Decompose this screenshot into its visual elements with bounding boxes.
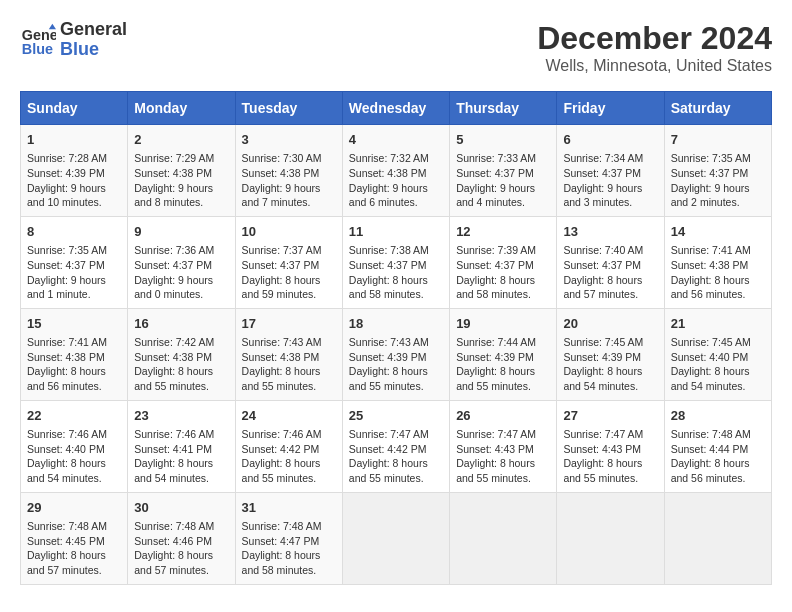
day-number: 22 xyxy=(27,407,121,425)
day-number: 14 xyxy=(671,223,765,241)
day-header-friday: Friday xyxy=(557,92,664,125)
sunset: Sunset: 4:37 PM xyxy=(242,259,320,271)
sunset: Sunset: 4:38 PM xyxy=(134,167,212,179)
day-number: 9 xyxy=(134,223,228,241)
sunset: Sunset: 4:38 PM xyxy=(349,167,427,179)
daylight: Daylight: 8 hours and 55 minutes. xyxy=(349,457,428,484)
calendar-cell: 17Sunrise: 7:43 AMSunset: 4:38 PMDayligh… xyxy=(235,308,342,400)
daylight: Daylight: 8 hours and 54 minutes. xyxy=(563,365,642,392)
calendar-cell: 6Sunrise: 7:34 AMSunset: 4:37 PMDaylight… xyxy=(557,125,664,217)
calendar-cell: 19Sunrise: 7:44 AMSunset: 4:39 PMDayligh… xyxy=(450,308,557,400)
daylight: Daylight: 9 hours and 6 minutes. xyxy=(349,182,428,209)
calendar-cell: 11Sunrise: 7:38 AMSunset: 4:37 PMDayligh… xyxy=(342,216,449,308)
calendar-cell: 26Sunrise: 7:47 AMSunset: 4:43 PMDayligh… xyxy=(450,400,557,492)
sunset: Sunset: 4:40 PM xyxy=(671,351,749,363)
daylight: Daylight: 8 hours and 55 minutes. xyxy=(563,457,642,484)
sunrise: Sunrise: 7:39 AM xyxy=(456,244,536,256)
day-number: 17 xyxy=(242,315,336,333)
sunrise: Sunrise: 7:40 AM xyxy=(563,244,643,256)
day-number: 4 xyxy=(349,131,443,149)
calendar-week-row: 1Sunrise: 7:28 AMSunset: 4:39 PMDaylight… xyxy=(21,125,772,217)
calendar-cell: 1Sunrise: 7:28 AMSunset: 4:39 PMDaylight… xyxy=(21,125,128,217)
day-number: 28 xyxy=(671,407,765,425)
daylight: Daylight: 8 hours and 54 minutes. xyxy=(671,365,750,392)
sunrise: Sunrise: 7:28 AM xyxy=(27,152,107,164)
sunrise: Sunrise: 7:35 AM xyxy=(27,244,107,256)
calendar-week-row: 29Sunrise: 7:48 AMSunset: 4:45 PMDayligh… xyxy=(21,492,772,584)
calendar-cell: 9Sunrise: 7:36 AMSunset: 4:37 PMDaylight… xyxy=(128,216,235,308)
day-number: 20 xyxy=(563,315,657,333)
calendar-cell: 7Sunrise: 7:35 AMSunset: 4:37 PMDaylight… xyxy=(664,125,771,217)
calendar-cell: 28Sunrise: 7:48 AMSunset: 4:44 PMDayligh… xyxy=(664,400,771,492)
logo-line1: General xyxy=(60,20,127,40)
daylight: Daylight: 8 hours and 58 minutes. xyxy=(242,549,321,576)
daylight: Daylight: 8 hours and 58 minutes. xyxy=(456,274,535,301)
day-number: 27 xyxy=(563,407,657,425)
day-header-tuesday: Tuesday xyxy=(235,92,342,125)
calendar-cell xyxy=(342,492,449,584)
sunrise: Sunrise: 7:34 AM xyxy=(563,152,643,164)
sunrise: Sunrise: 7:48 AM xyxy=(242,520,322,532)
sunrise: Sunrise: 7:30 AM xyxy=(242,152,322,164)
sunset: Sunset: 4:42 PM xyxy=(242,443,320,455)
daylight: Daylight: 9 hours and 7 minutes. xyxy=(242,182,321,209)
daylight: Daylight: 9 hours and 2 minutes. xyxy=(671,182,750,209)
sunset: Sunset: 4:37 PM xyxy=(349,259,427,271)
subtitle: Wells, Minnesota, United States xyxy=(537,57,772,75)
daylight: Daylight: 9 hours and 0 minutes. xyxy=(134,274,213,301)
daylight: Daylight: 8 hours and 55 minutes. xyxy=(242,365,321,392)
sunset: Sunset: 4:41 PM xyxy=(134,443,212,455)
calendar-header-row: SundayMondayTuesdayWednesdayThursdayFrid… xyxy=(21,92,772,125)
daylight: Daylight: 9 hours and 8 minutes. xyxy=(134,182,213,209)
day-header-monday: Monday xyxy=(128,92,235,125)
sunset: Sunset: 4:45 PM xyxy=(27,535,105,547)
daylight: Daylight: 9 hours and 3 minutes. xyxy=(563,182,642,209)
daylight: Daylight: 8 hours and 55 minutes. xyxy=(456,457,535,484)
calendar-week-row: 8Sunrise: 7:35 AMSunset: 4:37 PMDaylight… xyxy=(21,216,772,308)
daylight: Daylight: 8 hours and 56 minutes. xyxy=(671,457,750,484)
day-number: 16 xyxy=(134,315,228,333)
sunset: Sunset: 4:47 PM xyxy=(242,535,320,547)
day-number: 5 xyxy=(456,131,550,149)
sunrise: Sunrise: 7:45 AM xyxy=(563,336,643,348)
calendar-cell: 18Sunrise: 7:43 AMSunset: 4:39 PMDayligh… xyxy=(342,308,449,400)
daylight: Daylight: 8 hours and 55 minutes. xyxy=(349,365,428,392)
daylight: Daylight: 8 hours and 57 minutes. xyxy=(563,274,642,301)
sunset: Sunset: 4:37 PM xyxy=(671,167,749,179)
header: General Blue General Blue December 2024 … xyxy=(20,20,772,75)
daylight: Daylight: 8 hours and 55 minutes. xyxy=(456,365,535,392)
calendar-cell: 24Sunrise: 7:46 AMSunset: 4:42 PMDayligh… xyxy=(235,400,342,492)
daylight: Daylight: 8 hours and 58 minutes. xyxy=(349,274,428,301)
sunset: Sunset: 4:39 PM xyxy=(27,167,105,179)
daylight: Daylight: 8 hours and 59 minutes. xyxy=(242,274,321,301)
day-number: 1 xyxy=(27,131,121,149)
sunrise: Sunrise: 7:43 AM xyxy=(349,336,429,348)
calendar-cell: 14Sunrise: 7:41 AMSunset: 4:38 PMDayligh… xyxy=(664,216,771,308)
day-number: 11 xyxy=(349,223,443,241)
sunset: Sunset: 4:38 PM xyxy=(671,259,749,271)
day-number: 21 xyxy=(671,315,765,333)
day-number: 6 xyxy=(563,131,657,149)
sunrise: Sunrise: 7:44 AM xyxy=(456,336,536,348)
day-header-sunday: Sunday xyxy=(21,92,128,125)
calendar-cell: 29Sunrise: 7:48 AMSunset: 4:45 PMDayligh… xyxy=(21,492,128,584)
calendar-week-row: 22Sunrise: 7:46 AMSunset: 4:40 PMDayligh… xyxy=(21,400,772,492)
sunrise: Sunrise: 7:33 AM xyxy=(456,152,536,164)
calendar-cell: 20Sunrise: 7:45 AMSunset: 4:39 PMDayligh… xyxy=(557,308,664,400)
daylight: Daylight: 8 hours and 54 minutes. xyxy=(134,457,213,484)
sunset: Sunset: 4:44 PM xyxy=(671,443,749,455)
sunset: Sunset: 4:37 PM xyxy=(456,259,534,271)
sunset: Sunset: 4:37 PM xyxy=(134,259,212,271)
day-number: 29 xyxy=(27,499,121,517)
sunrise: Sunrise: 7:41 AM xyxy=(27,336,107,348)
sunset: Sunset: 4:40 PM xyxy=(27,443,105,455)
sunrise: Sunrise: 7:47 AM xyxy=(349,428,429,440)
daylight: Daylight: 8 hours and 57 minutes. xyxy=(27,549,106,576)
sunrise: Sunrise: 7:32 AM xyxy=(349,152,429,164)
sunset: Sunset: 4:39 PM xyxy=(456,351,534,363)
sunrise: Sunrise: 7:43 AM xyxy=(242,336,322,348)
sunrise: Sunrise: 7:42 AM xyxy=(134,336,214,348)
daylight: Daylight: 9 hours and 10 minutes. xyxy=(27,182,106,209)
sunset: Sunset: 4:38 PM xyxy=(134,351,212,363)
sunrise: Sunrise: 7:48 AM xyxy=(27,520,107,532)
